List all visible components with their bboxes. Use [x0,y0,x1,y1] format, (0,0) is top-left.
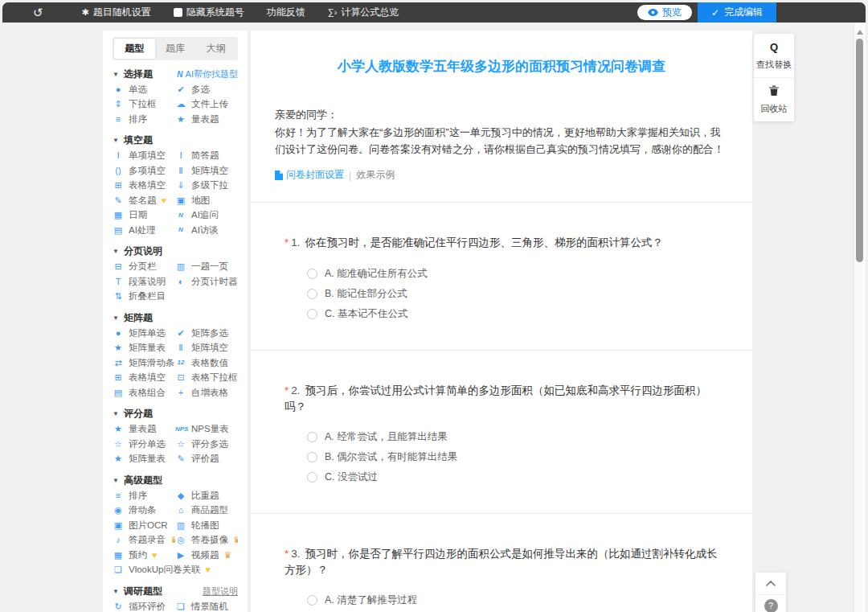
finish-edit-button[interactable]: ✓ 完成编辑 [698,2,776,23]
sidebar-item[interactable]: ◎答卷摄像♛ [175,533,238,548]
sidebar-item[interactable]: ▤AI处理 [113,223,175,238]
sidebar-item[interactable]: ★量表题 [113,422,175,437]
radio-button-icon[interactable] [307,452,317,462]
scrollbar-up-arrow[interactable] [857,30,863,35]
sidebar-item[interactable]: ⇕下拉框 [113,97,175,113]
sidebar-item[interactable]: ●矩阵单选 [113,326,175,341]
sidebar-item[interactable]: ✎评价题 [175,452,238,467]
sidebar-item[interactable]: ⇓多级下拉 [175,179,238,194]
star-outline-icon: ☆ [113,440,124,449]
sidebar-item[interactable]: Ⅰ简答题 [175,149,238,164]
sidebar-item[interactable]: ☆评分单选 [113,437,175,452]
find-replace-button[interactable]: Q查找替换 [754,34,794,77]
option-row[interactable]: A. 经常尝试，且能算出结果 [307,427,719,447]
sidebar-item[interactable]: ⊡表格下拉框 [175,371,238,386]
sidebar-item[interactable]: ↻循环评价 [113,599,175,612]
section-header[interactable]: ▼调研题型题型说明 [113,583,238,599]
option-row[interactable]: B. 能记住部分公式 [307,284,719,304]
sidebar-item[interactable]: ◆比重题 [175,488,238,503]
sidebar-item[interactable]: ≡排序 [113,112,175,127]
sidebar-item[interactable]: ●单选 [113,82,175,97]
sidebar-item[interactable]: ⊟分页栏 [113,260,175,275]
sidebar-item[interactable]: Ⅰ单项填空 [113,149,175,164]
section-header[interactable]: ▼填空题 [113,133,238,149]
topbar-menu-feedback[interactable]: 功能反馈 [267,6,305,19]
sidebar-item[interactable]: +自增表格 [175,385,238,400]
section-header[interactable]: ▼分页说明 [113,244,238,260]
question-block[interactable]: *3.预习时，你是否了解平行四边形的面积公式是如何推导出来的（比如通过割补转化成… [251,513,752,612]
sidebar-item[interactable]: T段落说明 [113,274,175,290]
help-button[interactable]: ? [755,594,786,612]
tab-题型[interactable]: 题型 [114,39,155,59]
sidebar-item[interactable]: ❏VlookUp问卷关联♥ [113,563,238,578]
sidebar-item[interactable]: ()多项填空 [113,163,175,179]
question-block[interactable]: *1.你在预习时，是否能准确记住平行四边形、三角形、梯形的面积计算公式？A. 能… [251,202,752,324]
sidebar-item[interactable]: ▥一题一页 [175,260,238,275]
radio-button-icon[interactable] [307,432,317,442]
topbar-menu-randomize-settings[interactable]: ✱题目随机设置 [82,6,151,19]
sidebar-item[interactable]: ▣图片OCR [113,518,175,533]
sidebar-item[interactable]: ▤表格组合 [113,385,175,400]
option-row[interactable]: C. 没尝试过 [307,467,719,487]
topbar-menu-formula-overview[interactable]: ∑›计算公式总览 [328,6,399,19]
section-header[interactable]: ▼高级题型 [113,472,238,488]
section-link[interactable]: NAI帮你找题型 [177,68,238,80]
radio-button-icon[interactable] [307,595,317,606]
sidebar-item[interactable]: ✔矩阵多选 [175,326,238,341]
sidebar-item[interactable]: ✔多选 [175,82,238,97]
survey-title[interactable]: 小学人教版数学五年级多边形的面积预习情况问卷调查 [251,31,752,76]
cover-settings-link[interactable]: 问卷封面设置 [275,168,344,182]
sidebar-item[interactable]: ☆评分多选 [175,437,238,452]
option-row[interactable]: A. 能准确记住所有公式 [307,264,719,284]
sidebar-item[interactable]: ☁文件上传 [175,97,238,113]
sidebar-item[interactable]: NPSNPS量表 [175,422,238,437]
question-block[interactable]: *2.预习后，你尝试过用公式计算简单的多边形面积（如已知底和高求平行四边形面积）… [251,350,752,487]
example-link[interactable]: 效果示例 [356,168,395,182]
option-row[interactable]: A. 清楚了解推导过程 [307,590,719,610]
section-link[interactable]: 题型说明 [203,585,238,598]
sidebar-item[interactable]: NAI访谈 [175,223,238,238]
sidebar-item[interactable]: ⇅折叠栏目 [113,290,175,305]
sidebar-item[interactable]: NAI追问 [175,208,238,224]
sidebar-item[interactable]: ❏情景随机 [175,599,238,612]
sidebar-item[interactable]: ⌂商品题型 [175,503,238,519]
option-row[interactable]: B. 偶尔尝试，有时能算出结果 [307,447,719,467]
sidebar-item[interactable]: Ⅱ矩阵填空 [175,163,238,179]
preview-button[interactable]: 预览 [637,5,692,20]
sidebar-item[interactable]: ⊞表格填空 [113,179,175,194]
sidebar-item[interactable]: Ⅱ矩阵填空 [175,341,238,356]
section-header[interactable]: ▼选择题NAI帮你找题型 [113,66,238,82]
scrollbar-thumb[interactable] [856,39,863,262]
scrollbar-track[interactable] [854,23,866,612]
sidebar-item[interactable]: ✎签名题♥ [113,193,175,208]
radio-button-icon[interactable] [307,269,317,279]
sidebar-item[interactable]: ▶视频题♛ [175,548,238,563]
survey-description[interactable]: 亲爱的同学： 你好！为了了解大家在“多边形的面积”这一单元预习中的情况，更好地帮… [275,106,728,158]
sidebar-item[interactable]: ≡排序 [113,488,175,503]
topbar-menu-hide-question-number[interactable]: 隐藏系统题号 [174,6,244,19]
scroll-to-top-button[interactable] [755,573,786,594]
sidebar-item[interactable]: ◐分页计时器 [175,274,238,290]
tab-题库[interactable]: 题库 [155,39,196,59]
radio-button-icon[interactable] [307,472,317,483]
sidebar-item[interactable]: ⊞表格填空 [113,371,175,386]
sidebar-item[interactable]: ▥轮播图 [175,518,238,533]
sidebar-item[interactable]: ▦预约♥ [113,548,175,563]
sidebar-item[interactable]: ♪答题录音♛ [113,533,175,548]
sidebar-item[interactable]: ★量表题 [175,112,238,127]
sidebar-item[interactable]: 12表格数值 [175,355,238,371]
section-header[interactable]: ▼评分题 [113,406,238,422]
sidebar-item[interactable]: ◉滑动条 [113,503,175,519]
tab-大纲[interactable]: 大纲 [195,39,236,59]
sidebar-item[interactable]: ★矩阵量表 [113,452,175,467]
back-icon[interactable]: ↺ [33,6,43,18]
recycle-bin-button[interactable]: 回收站 [754,77,794,121]
radio-button-icon[interactable] [307,309,317,319]
sidebar-item[interactable]: ▣地图 [175,193,238,208]
radio-button-icon[interactable] [307,289,317,299]
sidebar-item[interactable]: ▦日期 [113,208,175,224]
sidebar-item[interactable]: ★矩阵量表 [113,341,175,356]
section-header[interactable]: ▼矩阵题 [113,310,238,326]
sidebar-item[interactable]: ⇄矩阵滑动条 [113,355,175,371]
option-row[interactable]: C. 基本记不住公式 [307,304,719,324]
